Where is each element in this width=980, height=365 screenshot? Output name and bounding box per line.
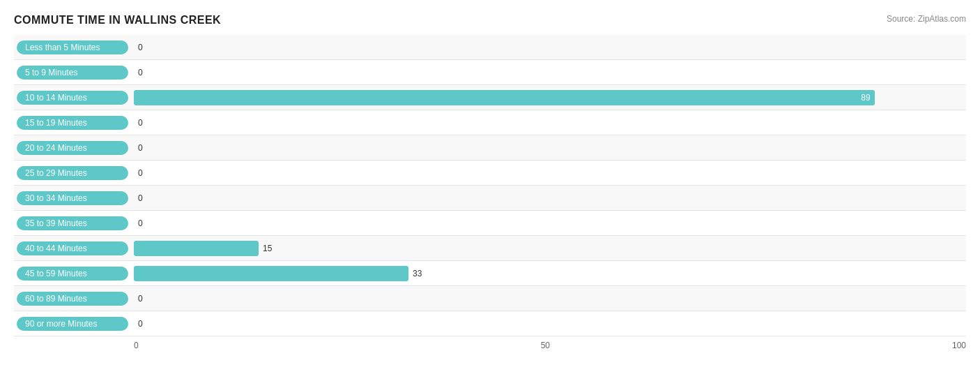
x-axis-label: 100 <box>952 341 966 350</box>
table-row: 30 to 34 Minutes0 <box>14 186 966 211</box>
bar-container: 0 <box>128 135 966 160</box>
x-axis-label: 0 <box>134 341 139 350</box>
row-label: 60 to 89 Minutes <box>17 292 128 306</box>
row-label: 35 to 39 Minutes <box>17 216 128 230</box>
row-label: 5 to 9 Minutes <box>17 66 128 80</box>
row-label: 40 to 44 Minutes <box>17 241 128 255</box>
bar-container: 33 <box>128 261 966 285</box>
row-label: 30 to 34 Minutes <box>17 191 128 205</box>
bar-value-zero: 0 <box>138 168 143 178</box>
bar-value-zero: 0 <box>138 118 143 128</box>
bar-value-zero: 0 <box>138 319 143 329</box>
bar <box>134 241 259 256</box>
source-label: Source: ZipAtlas.com <box>887 14 966 24</box>
table-row: 15 to 19 Minutes0 <box>14 110 966 135</box>
bar-value: 33 <box>413 269 422 278</box>
table-row: 60 to 89 Minutes0 <box>14 286 966 311</box>
bar-container: 0 <box>128 161 966 185</box>
row-label: 45 to 59 Minutes <box>17 267 128 281</box>
table-row: Less than 5 Minutes0 <box>14 35 966 60</box>
bar <box>134 266 408 281</box>
table-row: 5 to 9 Minutes0 <box>14 60 966 85</box>
bar-container: 15 <box>128 236 966 260</box>
row-label: 90 or more Minutes <box>17 317 128 331</box>
table-row: 35 to 39 Minutes0 <box>14 211 966 236</box>
bar-container: 0 <box>128 186 966 210</box>
chart-title: COMMUTE TIME IN WALLINS CREEK <box>14 14 221 27</box>
chart-header: COMMUTE TIME IN WALLINS CREEK Source: Zi… <box>14 14 966 27</box>
bar-container: 0 <box>128 60 966 84</box>
row-label: 25 to 29 Minutes <box>17 166 128 180</box>
bar-container: 0 <box>128 35 966 59</box>
chart-area: Less than 5 Minutes05 to 9 Minutes010 to… <box>14 35 966 336</box>
row-label: 10 to 14 Minutes <box>17 91 128 105</box>
table-row: 90 or more Minutes0 <box>14 311 966 336</box>
bar-value-zero: 0 <box>138 143 143 153</box>
bar-container: 89 <box>128 85 966 110</box>
x-axis-labels: 050100 <box>134 341 966 350</box>
bar-value-zero: 0 <box>138 218 143 228</box>
bar-container: 0 <box>128 211 966 235</box>
x-axis-label: 50 <box>541 341 550 350</box>
table-row: 10 to 14 Minutes89 <box>14 85 966 110</box>
row-label: 15 to 19 Minutes <box>17 116 128 130</box>
bar-value: 89 <box>861 93 874 103</box>
bar-value-zero: 0 <box>138 43 143 52</box>
bar: 89 <box>134 90 875 105</box>
table-row: 45 to 59 Minutes33 <box>14 261 966 286</box>
row-label: 20 to 24 Minutes <box>17 141 128 155</box>
bar-container: 0 <box>128 110 966 135</box>
bar-value-zero: 0 <box>138 68 143 77</box>
bar-value-zero: 0 <box>138 193 143 203</box>
bar-container: 0 <box>128 311 966 336</box>
row-label: Less than 5 Minutes <box>17 40 128 54</box>
table-row: 25 to 29 Minutes0 <box>14 161 966 186</box>
bar-value: 15 <box>263 244 272 253</box>
x-axis: 050100 <box>14 341 966 350</box>
table-row: 20 to 24 Minutes0 <box>14 135 966 161</box>
bar-container: 0 <box>128 286 966 311</box>
table-row: 40 to 44 Minutes15 <box>14 236 966 261</box>
bar-value-zero: 0 <box>138 294 143 304</box>
